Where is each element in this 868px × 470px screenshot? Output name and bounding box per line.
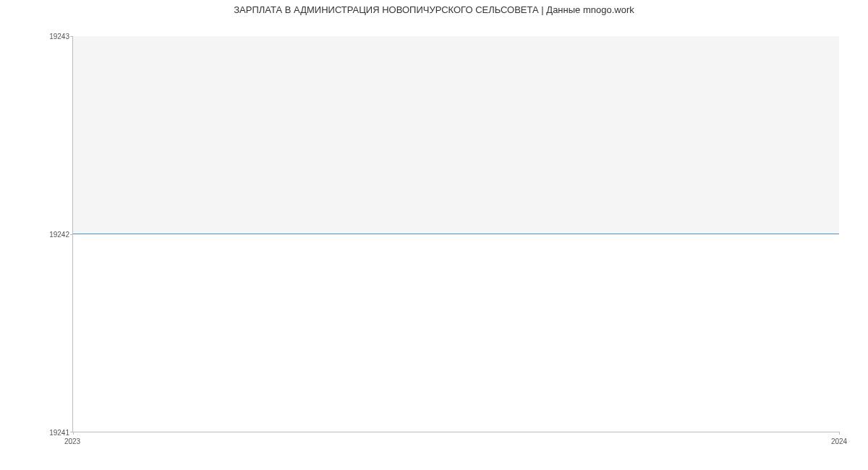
y-tick-mark: [70, 36, 73, 37]
x-tick-mark: [839, 432, 840, 435]
plot-area: [72, 36, 839, 432]
x-tick-mark: [73, 432, 74, 435]
data-line: [73, 234, 839, 234]
chart-container: ЗАРПЛАТА В АДМИНИСТРАЦИЯ НОВОПИЧУРСКОГО …: [0, 0, 868, 470]
y-tick-label: 19242: [49, 231, 69, 239]
y-tick-label: 19243: [49, 33, 69, 40]
y-tick-label: 19241: [49, 429, 69, 437]
x-tick-label: 2024: [831, 437, 847, 445]
chart-title: ЗАРПЛАТА В АДМИНИСТРАЦИЯ НОВОПИЧУРСКОГО …: [0, 4, 868, 15]
x-tick-label: 2023: [64, 437, 80, 445]
y-tick-mark: [70, 234, 73, 235]
plot-lower-half: [73, 234, 839, 432]
